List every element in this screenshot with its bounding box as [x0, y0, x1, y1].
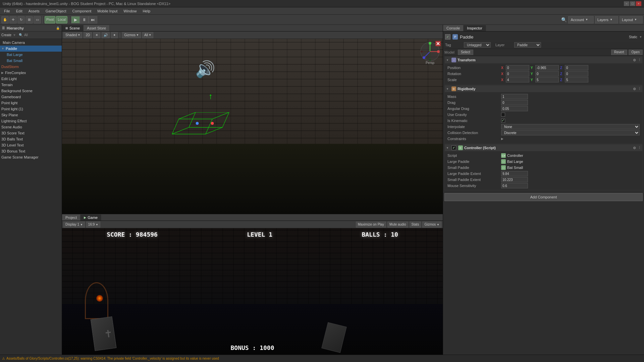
close-button[interactable]: ×	[636, 1, 641, 6]
angular-drag-input[interactable]	[501, 106, 528, 111]
rot-x-input[interactable]	[506, 71, 529, 76]
mass-input[interactable]	[501, 94, 528, 99]
scale-tool[interactable]: ⊞	[25, 16, 33, 23]
game-viewport[interactable]: ✝ SCORE : 984596 LEVEL 1 BALLS : 10 BONU…	[62, 228, 443, 355]
pos-z-input[interactable]	[565, 65, 588, 70]
scale-z-input[interactable]	[565, 77, 588, 82]
add-component-button[interactable]: Add Component	[444, 193, 643, 201]
rect-tool[interactable]: ▭	[34, 16, 41, 23]
hand-tool[interactable]: ✋	[1, 16, 9, 23]
hier-game-scene-manager[interactable]: Game Scene Manager	[0, 154, 62, 160]
constraints-arrow[interactable]: ▶	[501, 137, 503, 140]
mute-audio-button[interactable]: Mute audio	[387, 222, 408, 228]
hier-sky-plane[interactable]: Sky Plane	[0, 112, 62, 118]
scene-close-icon[interactable]	[435, 41, 441, 47]
tab-inspector[interactable]: Inspector	[464, 25, 486, 31]
hier-paddle[interactable]: ▼ Paddle	[0, 46, 62, 52]
hier-duststorm[interactable]: DustStorm	[0, 64, 62, 70]
mouse-sensitivity-input[interactable]	[501, 183, 528, 188]
controller-enabled-checkbox[interactable]: ✓	[451, 145, 456, 150]
menu-assets[interactable]: Assets	[26, 8, 42, 14]
maximize-button[interactable]: □	[630, 1, 635, 6]
play-button[interactable]: ▶	[71, 16, 80, 23]
menu-file[interactable]: File	[1, 8, 13, 14]
lighting-button[interactable]: ☀	[93, 32, 100, 38]
rb-settings-icon[interactable]: ⚙	[633, 87, 636, 91]
pos-x-input[interactable]	[506, 65, 529, 70]
menu-gameobject[interactable]: GameObject	[43, 8, 69, 14]
hier-firecomplex[interactable]: ▶ FireComplex	[0, 70, 62, 76]
open-button[interactable]: Open	[629, 50, 643, 55]
hier-point-light-1[interactable]: Point light (1)	[0, 106, 62, 112]
use-gravity-checkbox[interactable]	[501, 113, 505, 117]
display-button[interactable]: Display 1 ▼	[63, 222, 85, 228]
hier-3d-balls-text[interactable]: 3D Balls Text	[0, 136, 62, 142]
hier-edit-light[interactable]: Edit Light	[0, 76, 62, 82]
more-icon[interactable]: ⋮	[638, 58, 641, 62]
rigidbody-header[interactable]: ▼ ⊙ Rigidbody ⚙ ⋮	[445, 85, 642, 92]
tab-scene[interactable]: ⊞ Scene	[62, 25, 84, 31]
layer-dropdown[interactable]: Paddle	[514, 42, 541, 48]
menu-edit[interactable]: Edit	[13, 8, 25, 14]
step-button[interactable]: ⏭	[89, 16, 97, 23]
gizmos-button[interactable]: Gizmos ▼	[122, 32, 141, 38]
layers-dropdown[interactable]: Layers ▼	[595, 16, 618, 23]
hier-3d-score-text[interactable]: 3D Score Text	[0, 130, 62, 136]
menu-mobile-input[interactable]: Mobile Input	[95, 8, 120, 14]
ctrl-more-icon[interactable]: ⋮	[638, 146, 641, 149]
move-tool[interactable]: ✛	[9, 16, 17, 23]
hier-lightning-effect[interactable]: Lightning Effect	[0, 118, 62, 124]
large-extent-input[interactable]	[501, 171, 528, 176]
settings-icon[interactable]: ⚙	[633, 58, 636, 62]
menu-help[interactable]: Help	[140, 8, 153, 14]
minimize-button[interactable]: −	[624, 1, 629, 6]
menu-component[interactable]: Component	[69, 8, 94, 14]
create-label[interactable]: Create	[1, 33, 11, 37]
hier-3d-level-text[interactable]: 3D Level Text	[0, 142, 62, 148]
small-extent-input[interactable]	[501, 177, 528, 182]
hier-gameboard[interactable]: Gameboard	[0, 94, 62, 100]
rb-more-icon[interactable]: ⋮	[638, 87, 641, 90]
hier-bat-large[interactable]: Bat Large	[0, 52, 62, 58]
pause-button[interactable]: ⏸	[80, 16, 89, 23]
audio-button[interactable]: 🔊	[102, 32, 110, 38]
object-enabled-checkbox[interactable]: ✓	[445, 34, 450, 40]
hier-main-camera[interactable]: Main Camera	[0, 40, 62, 46]
static-dropdown-icon[interactable]: ▼	[639, 36, 642, 39]
tag-dropdown[interactable]: Untagged	[464, 42, 491, 48]
layout-dropdown[interactable]: Layout ▼	[620, 16, 643, 23]
select-button[interactable]: Select	[458, 50, 473, 55]
revert-button[interactable]: Revert	[611, 50, 627, 55]
collision-detection-dropdown[interactable]: Discrete	[501, 130, 640, 135]
hier-background-scene[interactable]: Background Scene	[0, 88, 62, 94]
controller-header[interactable]: ▼ ✓ C Controller (Script) ⚙ ⋮	[445, 144, 642, 151]
menu-window[interactable]: Window	[121, 8, 139, 14]
pivot-button[interactable]: Pivot	[45, 16, 55, 23]
hier-point-light[interactable]: Point light	[0, 100, 62, 106]
mode-2d-button[interactable]: 2D	[84, 32, 92, 38]
rot-z-input[interactable]	[565, 71, 588, 76]
pos-y-input[interactable]	[535, 65, 559, 70]
hier-bat-small[interactable]: Bat Small	[0, 58, 62, 64]
hier-terrain[interactable]: Terrain	[0, 82, 62, 88]
maximize-on-play-button[interactable]: Maximize on Play	[356, 222, 386, 228]
ratio-button[interactable]: 16:9 ▼	[86, 222, 100, 228]
stats-button[interactable]: Stats	[410, 222, 421, 228]
transform-header[interactable]: ▼ ↔ Transform ⚙ ⋮	[445, 57, 642, 63]
scale-y-input[interactable]	[535, 77, 559, 82]
hier-scene-audio[interactable]: Scene Audio	[0, 124, 62, 130]
interpolate-dropdown[interactable]: None	[501, 124, 640, 129]
rotate-tool[interactable]: ↻	[17, 16, 25, 23]
fx-button[interactable]: ✦	[111, 32, 118, 38]
all-filter-button[interactable]: All ▼	[142, 32, 153, 38]
account-dropdown[interactable]: Account ▼	[568, 16, 594, 23]
rot-y-input[interactable]	[535, 71, 559, 76]
shaded-button[interactable]: Shaded ▼	[63, 32, 82, 38]
scene-viewport[interactable]: 🔊 ↑	[62, 39, 443, 214]
hier-3d-bonus-text[interactable]: 3D Bonus Text	[0, 148, 62, 154]
scale-x-input[interactable]	[506, 77, 529, 82]
ctrl-settings-icon[interactable]: ⚙	[633, 146, 636, 150]
tab-asset-store[interactable]: Asset Store	[84, 25, 110, 31]
gizmos-game-button[interactable]: Gizmos ▼	[422, 222, 441, 228]
tab-console[interactable]: Console	[443, 25, 464, 31]
